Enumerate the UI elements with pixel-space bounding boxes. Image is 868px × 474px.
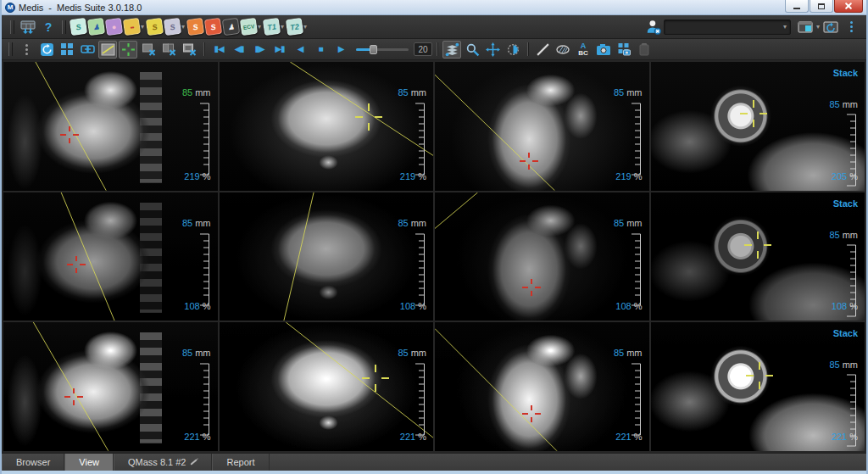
ruler-button[interactable] bbox=[533, 41, 552, 59]
scale-label: 85mm bbox=[614, 348, 643, 358]
toolbar-grip[interactable] bbox=[10, 20, 14, 34]
app-launcher[interactable]: ♟ bbox=[88, 19, 104, 35]
chevron-down-icon[interactable]: ▾ bbox=[281, 23, 284, 31]
maximize-icon bbox=[818, 3, 825, 9]
reference-line bbox=[286, 322, 433, 438]
app-launcher[interactable]: S bbox=[187, 19, 203, 35]
bottom-tab-bar: Browser View QMass 8.1 #2 Report bbox=[2, 453, 866, 471]
first-frame-button[interactable]: ▮◀ bbox=[209, 41, 228, 59]
app-launcher[interactable]: T1 ▾ bbox=[264, 19, 285, 35]
viewport-cell[interactable]: 85mm 219% bbox=[435, 62, 649, 191]
viewport-cell[interactable]: 85mm 221% bbox=[220, 322, 434, 451]
close-button[interactable] bbox=[834, 0, 863, 13]
app-icon: T2 bbox=[286, 18, 303, 36]
app-icon: S bbox=[186, 18, 204, 36]
viewport-cell[interactable]: Stack 85mm 205% bbox=[651, 62, 865, 191]
app-launcher[interactable]: ●● ▾ bbox=[124, 19, 145, 35]
chevron-down-icon[interactable]: ▾ bbox=[141, 23, 144, 31]
ellipse-roi-button[interactable] bbox=[554, 41, 572, 59]
medis-logo-icon: M bbox=[5, 3, 15, 13]
viewport-cell[interactable]: 85mm 221% bbox=[3, 322, 218, 451]
last-frame-button[interactable]: ▶▮ bbox=[270, 41, 289, 59]
toolbar-grip[interactable] bbox=[62, 20, 66, 34]
maximize-button[interactable] bbox=[810, 0, 833, 13]
tab-report[interactable]: Report bbox=[212, 454, 269, 471]
stop-button[interactable]: ■ bbox=[311, 41, 330, 59]
play-icon: ▶ bbox=[338, 45, 344, 53]
scale-value: 85 bbox=[829, 230, 839, 240]
viewport-cell[interactable]: Stack 85mm 108% bbox=[651, 192, 865, 321]
viewport-cell[interactable]: 85mm 108% bbox=[3, 192, 218, 321]
reset-layout-button[interactable] bbox=[821, 18, 840, 36]
patient-remove-button[interactable] bbox=[644, 18, 663, 36]
window-title: Medis - Medis Suite 3.0.18.0 bbox=[19, 3, 142, 13]
reference-lines-icon bbox=[101, 43, 115, 56]
frame-rate-slider[interactable] bbox=[356, 48, 409, 51]
stack-browse-icon bbox=[445, 42, 459, 57]
layout-snapshot-button[interactable] bbox=[615, 41, 633, 59]
text-annotation-button[interactable]: A BC bbox=[574, 41, 593, 59]
app-icon: S bbox=[164, 18, 181, 36]
app-launcher[interactable]: T2 ▾ bbox=[287, 19, 308, 35]
toolbar-grip[interactable] bbox=[8, 42, 13, 56]
step-back-button[interactable]: ◀▮ bbox=[230, 41, 248, 59]
viewport-cell[interactable]: 85mm 108% bbox=[435, 192, 649, 321]
chevron-down-icon[interactable]: ▾ bbox=[258, 23, 261, 31]
layout-grid-button[interactable] bbox=[58, 41, 76, 59]
reference-line bbox=[36, 62, 106, 191]
zoom-percent-label: 108% bbox=[615, 301, 642, 311]
viewport-cell[interactable]: 85mm 219% bbox=[3, 62, 218, 191]
zoom-unit: % bbox=[203, 171, 211, 181]
app-launcher[interactable]: S bbox=[70, 19, 86, 35]
window-bottom-border bbox=[2, 471, 866, 474]
viewport-cell[interactable]: 85mm 219% bbox=[220, 62, 434, 191]
play-button[interactable]: ▶ bbox=[331, 41, 350, 59]
crosshair-button[interactable] bbox=[119, 41, 137, 59]
reference-line bbox=[435, 75, 554, 190]
app-icon: S bbox=[146, 18, 164, 36]
window-level-button[interactable] bbox=[504, 41, 522, 59]
tab-qmass[interactable]: QMass 8.1 #2 bbox=[114, 454, 212, 471]
close-series-button[interactable] bbox=[159, 41, 178, 59]
tab-browser[interactable]: Browser bbox=[2, 454, 64, 471]
app-launcher[interactable]: ECV ▾ bbox=[241, 19, 262, 35]
chevron-down-icon[interactable]: ▾ bbox=[303, 23, 307, 31]
slider-handle[interactable] bbox=[370, 45, 377, 54]
viewport-cell[interactable]: 85mm 221% bbox=[435, 322, 649, 451]
app-icon: ♟ bbox=[222, 18, 240, 36]
viewport-layout-button[interactable] bbox=[796, 18, 815, 36]
close-all-button[interactable] bbox=[180, 41, 198, 59]
play-reverse-button[interactable]: ◀ bbox=[291, 41, 309, 59]
zoom-unit: % bbox=[203, 432, 211, 442]
toolbar-overflow-button[interactable] bbox=[842, 18, 860, 36]
app-launcher[interactable]: S bbox=[205, 19, 221, 35]
frame-rate-value[interactable]: 20 bbox=[414, 42, 432, 56]
viewport-cell[interactable]: 85mm 108% bbox=[220, 192, 434, 321]
app-launcher[interactable]: ♟ bbox=[223, 19, 239, 35]
load-study-button[interactable] bbox=[19, 18, 37, 36]
stop-icon: ■ bbox=[318, 45, 322, 53]
pan-button[interactable] bbox=[483, 41, 502, 59]
close-view-button[interactable] bbox=[139, 41, 158, 59]
reference-lines-button[interactable] bbox=[98, 41, 117, 59]
chevron-down-icon[interactable]: ▾ bbox=[816, 23, 820, 31]
view-menu-button[interactable] bbox=[17, 41, 36, 59]
zoom-button[interactable] bbox=[463, 41, 481, 59]
scale-label: 85mm bbox=[829, 230, 858, 240]
app-launcher[interactable]: S bbox=[147, 19, 163, 35]
stack-browse-button[interactable] bbox=[442, 41, 461, 59]
help-button[interactable]: ? bbox=[39, 18, 58, 36]
reset-view-button[interactable] bbox=[37, 41, 56, 59]
zoom-value: 219 bbox=[615, 171, 631, 181]
app-launcher[interactable]: S ▾ bbox=[164, 19, 186, 35]
tab-view[interactable]: View bbox=[64, 454, 114, 471]
snapshot-button[interactable] bbox=[594, 41, 613, 59]
chevron-down-icon[interactable]: ▾ bbox=[181, 23, 185, 31]
patient-combobox[interactable]: ▾ bbox=[664, 20, 791, 35]
paste-button[interactable] bbox=[635, 41, 654, 59]
link-views-button[interactable] bbox=[78, 41, 97, 59]
app-launcher[interactable]: ● bbox=[106, 19, 122, 35]
viewport-cell[interactable]: Stack 85mm 221% bbox=[651, 322, 865, 451]
minimize-button[interactable] bbox=[785, 0, 809, 13]
step-forward-button[interactable]: ▮▶ bbox=[250, 41, 269, 59]
